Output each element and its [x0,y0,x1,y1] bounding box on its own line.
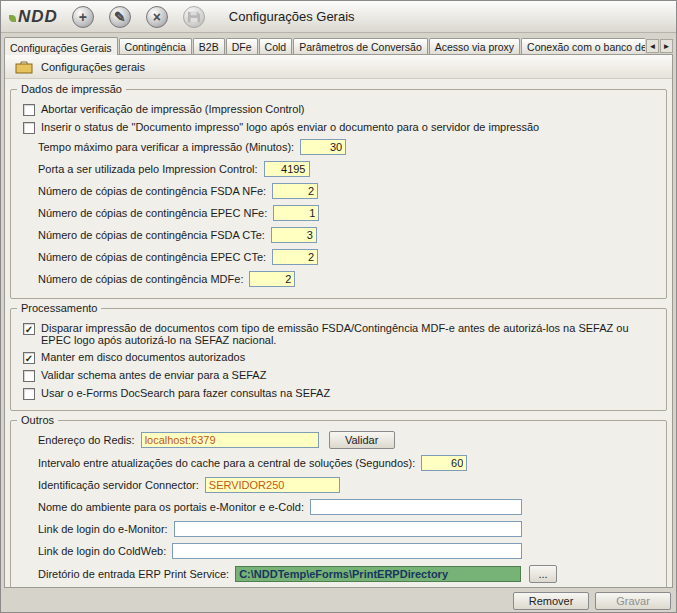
group-title: Dados de impressão [17,83,126,95]
copias-mdfe-input[interactable] [249,271,295,287]
copias-fsda-nfe-input[interactable] [272,183,318,199]
checkbox-row: ✓ Disparar impressão de documentos com t… [23,322,656,346]
field-label: Diretório de entrada ERP Print Service: [38,568,229,580]
remover-button[interactable]: Remover [513,592,589,610]
field-label: Link de login do e-Monitor: [38,523,168,535]
tab-configuracoes-gerais[interactable]: Configurações Gerais [4,37,118,55]
field-label: Número de cópias de contingência FSDA CT… [38,229,265,241]
add-icon[interactable]: + [72,6,94,28]
field-row: Link de login do ColdWeb: [38,543,522,559]
disparar-impressao-checkbox[interactable]: ✓ [23,323,35,335]
validar-schema-checkbox[interactable] [23,370,35,382]
manter-disco-checkbox[interactable]: ✓ [23,352,35,364]
copias-epec-nfe-input[interactable] [273,205,319,221]
field-row: Tempo máximo para verificar a impressão … [38,139,656,155]
toolbar: NDD + ✎ × Configurações Gerais [1,1,676,33]
field-row: Número de cópias de contingência FSDA NF… [38,183,656,199]
field-row: Nome do ambiente para os portais e-Monit… [38,499,522,515]
section-icon [15,60,33,74]
tab-b2b[interactable]: B2B [193,38,225,55]
field-row: Porta a ser utilizada pelo Impression Co… [38,161,656,177]
field-row: Número de cópias de contingência EPEC NF… [38,205,656,221]
field-label: Número de cópias de contingência EPEC NF… [38,207,267,219]
group-title: Processamento [17,302,101,314]
tab-conexao-banco[interactable]: Conexão com o banco de dados [521,38,645,55]
diretorio-erp-input[interactable] [235,566,521,582]
page-header: Configurações gerais [5,55,672,79]
group-processamento: Processamento ✓ Disparar impressão de do… [10,308,667,411]
tab-contingencia[interactable]: Contingência [119,38,192,55]
field-label: Intervalo entre atualizações do cache pa… [38,457,415,469]
inserir-status-checkbox[interactable] [23,122,35,134]
gravar-button[interactable]: Gravar [595,592,671,610]
cancel-icon[interactable]: × [146,6,168,28]
field-row: Link de login do e-Monitor: [38,521,522,537]
docsearch-checkbox[interactable] [23,388,35,400]
tab-parametros-conversao[interactable]: Parâmetros de Conversão [293,38,428,55]
field-row: Identificação servidor Connector: [38,477,656,493]
porta-impression-control-input[interactable] [264,161,310,177]
tab-dfe[interactable]: DFe [226,38,258,55]
checkbox-label: Abortar verificação de impressão (Impres… [41,103,305,115]
window-title: Configurações Gerais [229,9,355,24]
nome-ambiente-input[interactable] [310,499,522,515]
field-row: Diretório de entrada ERP Print Service: … [38,565,557,583]
abortar-verificacao-checkbox[interactable] [23,104,35,116]
checkbox-row: Abortar verificação de impressão (Impres… [23,103,656,116]
settings-window: NDD + ✎ × Configurações Gerais Configura… [0,0,677,613]
save-icon[interactable] [183,6,205,28]
copias-fsda-cte-input[interactable] [271,227,317,243]
link-login-coldweb-input[interactable] [172,543,522,559]
redis-input[interactable] [141,432,319,448]
field-row: Número de cópias de contingência MDFe: [38,271,656,287]
footer: Remover Gravar [1,589,676,612]
field-label: Número de cópias de contingência FSDA NF… [38,185,266,197]
checkbox-label: Inserir o status de "Documento impresso"… [41,121,539,133]
checkbox-row: ✓ Manter em disco documentos autorizados [23,351,656,364]
page-title: Configurações gerais [41,61,145,73]
tab-acesso-proxy[interactable]: Acesso via proxy [429,38,520,55]
tabs: Configurações Gerais Contingência B2B DF… [4,37,645,55]
leaf-icon [9,15,16,22]
checkbox-label: Manter em disco documentos autorizados [41,351,245,363]
browse-button[interactable]: ... [529,565,557,583]
checkbox-label: Validar schema antes de enviar para a SE… [41,369,266,381]
ndd-logo: NDD [9,7,58,27]
checkbox-label: Usar o e-Forms DocSearch para fazer cons… [41,387,330,399]
field-label: Tempo máximo para verificar a impressão … [38,141,294,153]
group-dados-impressao: Dados de impressão Abortar verificação d… [10,89,667,299]
tab-scroll-right-icon[interactable]: ► [660,39,673,53]
field-label: Identificação servidor Connector: [38,479,199,491]
tab-scroll-buttons: ◄ ► [646,39,673,53]
tab-scroll-left-icon[interactable]: ◄ [646,39,659,53]
toolbar-icons: + ✎ × [72,6,205,28]
field-row: Endereço do Redis: Validar [38,431,656,449]
tab-strip: Configurações Gerais Contingência B2B DF… [4,34,673,55]
group-title: Outros [17,414,58,426]
field-row: Número de cópias de contingência EPEC CT… [38,249,656,265]
edit-icon[interactable]: ✎ [109,6,131,28]
checkbox-label: Disparar impressão de documentos com tip… [41,322,641,346]
checkbox-row: Validar schema antes de enviar para a SE… [23,369,656,382]
intervalo-cache-input[interactable] [421,455,467,471]
field-label: Porta a ser utilizada pelo Impression Co… [38,163,258,175]
field-label: Link de login do ColdWeb: [38,545,166,557]
field-label: Endereço do Redis: [38,434,135,446]
checkbox-row: Inserir o status de "Documento impresso"… [23,121,656,134]
field-row: Intervalo entre atualizações do cache pa… [38,455,656,471]
tab-page: Configurações gerais Dados de impressão … [4,54,673,588]
checkbox-row: Usar o e-Forms DocSearch para fazer cons… [23,387,656,400]
tab-cold[interactable]: Cold [259,38,293,55]
field-label: Número de cópias de contingência MDFe: [38,273,243,285]
link-login-emonitor-input[interactable] [174,521,522,537]
group-outros: Outros Endereço do Redis: Validar Interv… [10,420,667,588]
copias-epec-cte-input[interactable] [272,249,318,265]
field-label: Número de cópias de contingência EPEC CT… [38,251,266,263]
tempo-maximo-input[interactable] [300,139,346,155]
validar-button[interactable]: Validar [329,431,395,449]
field-label: Nome do ambiente para os portais e-Monit… [38,501,304,513]
field-row: Número de cópias de contingência FSDA CT… [38,227,656,243]
servidor-connector-input[interactable] [205,477,340,493]
